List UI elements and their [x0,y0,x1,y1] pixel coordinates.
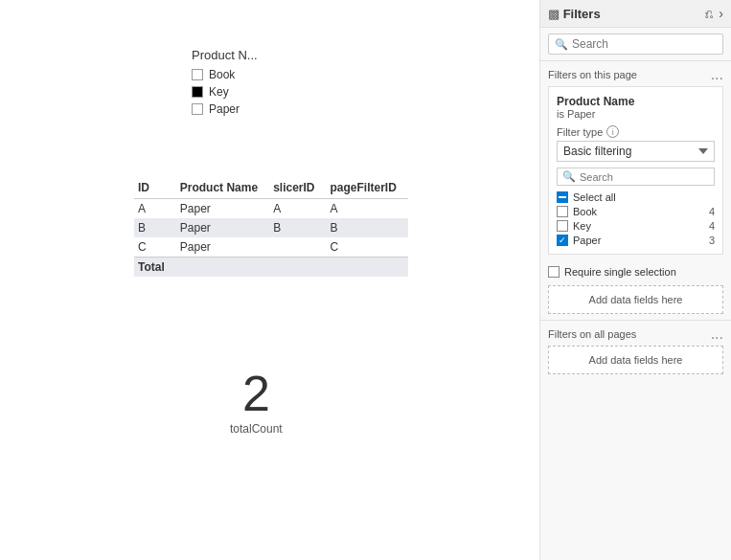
col-header-id: ID [134,177,176,199]
filters-on-this-page-section: Filters on this page ... [540,61,731,86]
filter-icon: ▩ [548,7,560,21]
filter-option-select-all[interactable]: Select all [557,191,715,203]
paper-checkmark: ✓ [559,235,566,245]
filters-this-page-more-icon[interactable]: ... [711,67,723,82]
key-label: Key [573,220,591,232]
global-search-icon: 🔍 [555,38,568,51]
cell-product-c: Paper [176,237,269,258]
total-count-value: 2 [230,369,283,418]
cell-slicer-b: B [269,218,326,237]
key-checkbox[interactable] [557,220,568,232]
filter-search-box[interactable]: 🔍 [557,168,715,186]
require-single-label: Require single selection [564,266,676,278]
legend-item-key: Key [192,85,258,99]
add-data-all-pages-button[interactable]: Add data fields here [548,346,723,374]
filters-on-all-pages-label: Filters on all pages [548,328,636,340]
filter-search-icon: 🔍 [562,170,576,183]
total-count-label: totalCount [230,422,283,436]
cell-id-b: B [134,218,176,237]
cell-product-b: Paper [176,218,269,237]
panel-header: ▩ Filters ⎌ › [540,0,731,28]
legend-item-paper: Paper [192,102,258,116]
global-search-box[interactable]: 🔍 [548,34,723,55]
table-row: A Paper A A [134,199,408,219]
back-icon[interactable]: ⎌ [705,6,713,21]
filter-option-book[interactable]: Book 4 [557,206,715,217]
filters-on-this-page-label: Filters on this page [548,69,637,80]
cell-page-b: B [327,218,408,237]
cell-slicer-c [269,237,326,258]
legend-label-book: Book [209,68,235,81]
cell-product-a: Paper [176,199,269,219]
key-count: 4 [709,220,715,232]
col-header-product: Product Name [176,177,269,199]
filters-panel: ▩ Filters ⎌ › 🔍 Filters on this page ...… [539,0,731,560]
legend-label-paper: Paper [209,102,240,116]
main-canvas: Product N... Book Key Paper ID Product N… [0,0,539,560]
legend: Product N... Book Key Paper [192,48,258,120]
table-row: B Paper B B [134,218,408,237]
filter-card-value: is Paper [557,108,715,120]
total-slicer [269,258,326,278]
book-count: 4 [709,206,715,217]
book-checkbox[interactable] [557,206,568,217]
filter-search-input[interactable] [580,171,709,183]
select-all-checkbox[interactable] [557,191,568,203]
panel-icons: ⎌ › [705,6,723,21]
legend-title: Product N... [192,48,258,62]
indeterminate-mark [559,196,566,198]
global-search-container: 🔍 [540,28,731,61]
cell-id-a: A [134,199,176,219]
filter-type-info-icon[interactable]: i [606,125,619,138]
panel-title: Filters [563,7,706,21]
legend-swatch-book [192,69,203,80]
filters-on-all-pages-section: Filters on all pages ... [540,320,731,346]
add-data-this-page-button[interactable]: Add data fields here [548,285,723,314]
forward-icon[interactable]: › [719,6,723,21]
filter-card-title: Product Name [557,95,715,108]
filter-card-product-name: Product Name is Paper Filter type i Basi… [548,86,723,255]
legend-label-key: Key [209,85,229,99]
global-search-input[interactable] [572,37,717,51]
filter-type-label: Filter type i [557,125,715,138]
big-number-container: 2 totalCount [230,369,283,436]
data-table: ID Product Name slicerID pageFilterID A … [134,177,408,277]
cell-page-a: A [327,199,408,219]
require-single-checkbox[interactable] [548,266,560,278]
table-row: C Paper C [134,237,408,258]
filter-option-key[interactable]: Key 4 [557,220,715,232]
legend-item-book: Book [192,68,258,81]
cell-slicer-a: A [269,199,326,219]
select-all-label: Select all [573,191,616,203]
col-header-page: pageFilterID [327,177,408,199]
cell-page-c: C [327,237,408,258]
total-label: Total [134,258,176,278]
table-total-row: Total [134,258,408,278]
filter-options-list: Select all Book 4 Key 4 ✓ Paper 3 [557,191,715,246]
legend-swatch-paper [192,103,203,115]
total-product [176,258,269,278]
paper-label: Paper [573,235,601,246]
book-label: Book [573,206,597,217]
filter-option-paper[interactable]: ✓ Paper 3 [557,235,715,246]
cell-id-c: C [134,237,176,258]
paper-checkbox[interactable]: ✓ [557,235,568,246]
require-single-container[interactable]: Require single selection [548,266,723,278]
filter-type-select[interactable]: Basic filtering [557,141,715,162]
legend-swatch-key [192,86,203,98]
col-header-slicer: slicerID [269,177,326,199]
total-page [327,258,408,278]
paper-count: 3 [709,235,715,246]
filters-all-pages-more-icon[interactable]: ... [711,326,723,342]
